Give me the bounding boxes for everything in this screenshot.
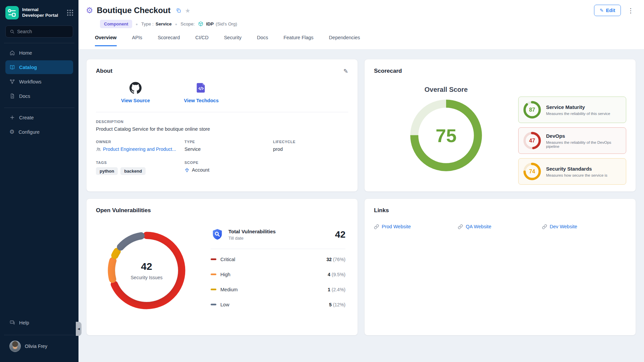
vulnerabilities-donut: 42 Security Issues <box>107 231 186 310</box>
link-label: Prod Website <box>382 224 411 229</box>
prod-website-link[interactable]: Prod Website <box>374 224 458 229</box>
score-card-security-standards[interactable]: 74 Security Standards Measures how secur… <box>518 158 626 185</box>
sidebar-item-workflows[interactable]: Workflows <box>5 75 73 88</box>
scope-field-value: Account <box>192 167 209 173</box>
score-card-devops[interactable]: 47 DevOps Measures the reliability of th… <box>518 127 626 154</box>
legend-pct: (76%) <box>333 257 345 262</box>
donut-total-label: Security Issues <box>131 275 163 280</box>
dev-website-link[interactable]: Dev Website <box>542 224 626 229</box>
tag-chip[interactable]: python <box>96 167 118 175</box>
user-name: Olivia Frey <box>25 344 47 349</box>
tab-dependencies[interactable]: Dependencies <box>329 35 360 46</box>
favorite-star-icon[interactable]: ★ <box>185 7 191 14</box>
owner-field: OWNER Product Engineering and Product... <box>96 140 184 152</box>
legend-pct: (12%) <box>333 302 345 307</box>
score-value: 87 <box>523 101 541 119</box>
legend-row-low: Low 5 (12%) <box>211 297 345 312</box>
owner-link[interactable]: Product Engineering and Product... <box>96 146 184 152</box>
type-field-value: Service <box>184 146 273 152</box>
tab-cicd[interactable]: CI/CD <box>195 35 208 46</box>
sidebar-search[interactable] <box>5 25 73 38</box>
legend-label: Low <box>220 302 229 307</box>
edit-button[interactable]: ✎ Edit <box>594 5 621 16</box>
legend-count: 5 <box>329 302 332 307</box>
about-divider <box>96 112 348 112</box>
overall-score-label: Overall Score <box>425 86 468 94</box>
tab-feature-flags[interactable]: Feature Flags <box>283 35 313 46</box>
legend-label: High <box>220 272 230 277</box>
tab-apis[interactable]: APIs <box>132 35 143 46</box>
tab-docs[interactable]: Docs <box>257 35 268 46</box>
techdocs-icon <box>195 82 207 94</box>
total-vulns-value: 42 <box>335 229 345 240</box>
legend-row-medium: Medium 1 (2.4%) <box>211 282 345 297</box>
catalog-book-icon <box>9 64 15 70</box>
scorecard-card: Scorecard Overall Score 75 87 Service Ma… <box>364 59 636 192</box>
sidebar-item-label: Workflows <box>19 79 42 84</box>
home-icon <box>9 50 15 56</box>
score-card-service-maturity[interactable]: 87 Service Maturity Measures the reliabi… <box>518 97 626 123</box>
logo-row: Internal Developer Portal <box>5 6 73 19</box>
tags-label: TAGS <box>96 161 184 165</box>
copy-icon[interactable] <box>176 8 181 13</box>
tags-field: TAGS python backend <box>96 161 184 175</box>
search-input[interactable] <box>17 29 69 34</box>
user-menu[interactable]: Olivia Frey <box>5 337 73 355</box>
sidebar-item-create[interactable]: Create <box>5 111 73 124</box>
edit-about-pencil-icon[interactable]: ✎ <box>343 68 348 74</box>
brand-logo-icon <box>5 6 19 19</box>
sidebar-item-label: Docs <box>19 94 30 99</box>
tag-chip[interactable]: backend <box>120 167 146 175</box>
sidebar-item-docs[interactable]: Docs <box>5 89 73 103</box>
svg-text:?: ? <box>11 321 12 323</box>
sidebar-collapse-handle[interactable]: ◀ <box>76 322 82 336</box>
sidebar-item-home[interactable]: Home <box>5 46 73 60</box>
app-title-line1: Internal <box>22 7 64 13</box>
tab-security[interactable]: Security <box>224 35 241 46</box>
apps-grid-icon[interactable] <box>67 10 73 16</box>
sidebar-item-catalog[interactable]: Catalog <box>5 60 73 74</box>
link-chain-icon <box>458 224 463 229</box>
score-desc: Measures the reliability of the DevOps p… <box>546 140 621 148</box>
tab-bar: Overview APIs Scorecard CI/CD Security D… <box>95 35 635 46</box>
tab-overview[interactable]: Overview <box>95 35 117 46</box>
sidebar-item-help[interactable]: ? Help <box>5 316 73 329</box>
sidebar-item-label: Catalog <box>19 65 37 70</box>
legend-count: 1 <box>328 287 330 292</box>
type-field: TYPE Service <box>184 140 273 152</box>
type-field-label: TYPE <box>184 140 273 144</box>
dot-separator: ● <box>175 22 177 26</box>
legend-row-critical: Critical 32 (76%) <box>211 252 345 267</box>
donut-total-value: 42 <box>141 261 152 272</box>
entity-meta-row: Component ● Type : Service ● Scope: IDP … <box>100 20 635 28</box>
legend-pct: (2.4%) <box>332 287 345 292</box>
sidebar-item-label: Create <box>19 115 34 120</box>
view-source-link[interactable]: View Source <box>115 82 156 103</box>
scope-org: (Sid's Org) <box>216 21 237 26</box>
about-card-title: About <box>96 68 112 74</box>
vulnerabilities-card-title: Open Vulnerabilities <box>96 207 151 214</box>
app-title: Internal Developer Portal <box>22 7 64 18</box>
lifecycle-label: LIFECYCLE <box>273 140 348 144</box>
total-vulns-title: Total Vulnerabilities <box>228 229 276 234</box>
vulns-divider <box>211 249 345 249</box>
workflows-icon <box>9 79 15 84</box>
qa-website-link[interactable]: QA Website <box>458 224 542 229</box>
more-options-icon[interactable]: ⋮ <box>626 7 635 14</box>
score-desc: Measures how secure the service is <box>546 173 607 177</box>
sidebar-divider <box>4 335 74 335</box>
sidebar-item-configure[interactable]: ⚙ Configure <box>5 125 73 139</box>
score-desc: Measures the reliability of this service <box>546 112 610 116</box>
links-card: Links Prod Website QA Website <box>364 198 636 336</box>
link-label: Dev Website <box>550 224 577 229</box>
tab-scorecard[interactable]: Scorecard <box>158 35 180 46</box>
sidebar-divider <box>4 108 74 108</box>
docs-icon <box>9 93 15 99</box>
main-area: ⚙ Boutique Checkout ★ ✎ Edit ⋮ Component… <box>78 0 644 362</box>
view-techdocs-label: View Techdocs <box>184 98 218 103</box>
scope-field-label: SCOPE <box>184 161 273 165</box>
sidebar-divider <box>4 43 74 43</box>
legend-pct: (9.5%) <box>332 272 345 277</box>
dot-separator: ● <box>136 22 138 26</box>
view-techdocs-link[interactable]: View Techdocs <box>180 82 222 103</box>
